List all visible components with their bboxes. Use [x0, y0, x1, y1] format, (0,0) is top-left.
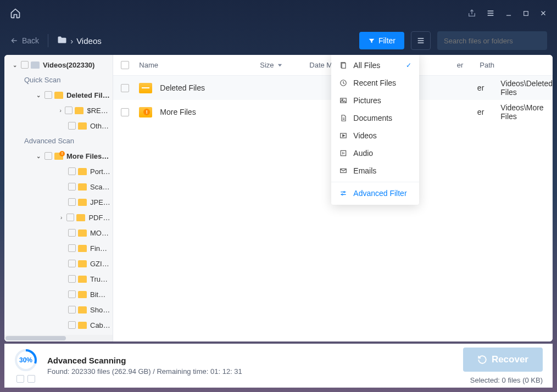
close-icon[interactable]: [539, 9, 547, 17]
folder-icon: [78, 306, 87, 313]
checkbox[interactable]: [21, 61, 29, 69]
col-type[interactable]: er: [419, 61, 480, 69]
checkbox[interactable]: [68, 183, 76, 191]
svg-rect-8: [341, 150, 346, 155]
option-icon: [339, 149, 348, 157]
share-icon[interactable]: [467, 9, 476, 18]
folder-icon: [31, 61, 40, 69]
pause-button[interactable]: [16, 375, 24, 383]
minimize-icon[interactable]: [505, 9, 513, 17]
sidebar-scrollbar[interactable]: [4, 335, 113, 341]
folder-icon: [57, 36, 67, 46]
breadcrumb[interactable]: › Videos: [57, 36, 102, 46]
tree-recycle[interactable]: › $RECYCL...: [4, 103, 113, 118]
checkbox[interactable]: [121, 84, 129, 92]
checkbox[interactable]: [68, 290, 76, 298]
menu-icon[interactable]: [486, 9, 495, 18]
tree-item[interactable]: Scalable...: [4, 179, 113, 194]
tree-other-lost[interactable]: Other los...: [4, 118, 113, 133]
option-icon: [339, 97, 348, 104]
checkbox[interactable]: [44, 91, 52, 99]
folder-icon: [78, 199, 87, 206]
statusbar: 30% Advanced Scanning Found: 202330 file…: [4, 344, 553, 388]
file-path: Videos\Deleted Files: [500, 79, 553, 97]
view-toggle-button[interactable]: [411, 31, 431, 50]
tree-root[interactable]: ⌄ Videos(202330): [4, 57, 113, 72]
checkbox[interactable]: [68, 229, 76, 237]
chevron-down-icon[interactable]: ⌄: [35, 92, 42, 98]
folder-icon: [75, 107, 83, 114]
checkbox[interactable]: [68, 275, 76, 283]
filter-option[interactable]: Emails: [331, 162, 419, 180]
option-icon: [339, 61, 348, 69]
home-icon[interactable]: [10, 8, 21, 19]
stop-button[interactable]: [27, 375, 35, 383]
progress-percent: 30%: [14, 349, 37, 372]
folder-icon: [78, 322, 87, 329]
checkbox[interactable]: [68, 122, 76, 130]
recover-icon: [477, 355, 487, 365]
tree-more-files[interactable]: ⌄ More Files(4...: [4, 148, 113, 164]
back-label: Back: [22, 36, 39, 45]
tree-item[interactable]: Cabinet fi...: [4, 317, 113, 333]
sidebar: ⌄ Videos(202330) Quick Scan ⌄ Deleted Fi…: [4, 55, 113, 341]
checkbox[interactable]: [68, 321, 76, 329]
checkbox[interactable]: [68, 306, 76, 313]
folder-icon: [78, 122, 87, 130]
col-name[interactable]: Name: [139, 61, 260, 69]
tree-item[interactable]: ›PDF(83): [4, 210, 113, 225]
filter-label: Filter: [378, 36, 396, 45]
filter-button[interactable]: Filter: [359, 32, 404, 49]
chevron-down-icon[interactable]: ⌄: [35, 153, 42, 159]
col-size[interactable]: Size: [260, 61, 309, 69]
filter-option[interactable]: Pictures: [331, 92, 419, 109]
filter-option[interactable]: All Files✓: [331, 57, 419, 74]
scrollbar-thumb[interactable]: [5, 336, 66, 340]
checkbox[interactable]: [66, 214, 74, 221]
chevron-down-icon[interactable]: ⌄: [11, 62, 19, 68]
filter-advanced[interactable]: Advanced Filter: [331, 182, 419, 201]
chevron-right-icon[interactable]: ›: [58, 215, 64, 221]
checkbox[interactable]: [44, 152, 52, 160]
folder-icon: [78, 276, 87, 283]
option-label: Recent Files: [353, 79, 396, 87]
tree-item[interactable]: Portable .: [4, 164, 113, 179]
tree-item[interactable]: Bitmap fil..: [4, 287, 113, 302]
file-type: er: [440, 83, 500, 92]
checkbox[interactable]: [68, 244, 76, 252]
selected-info: Selected: 0 files (0 KB): [470, 376, 543, 384]
file-path: Videos\More Files: [500, 103, 553, 121]
tree-deleted-files[interactable]: ⌄ Deleted Files..: [4, 87, 113, 103]
back-button[interactable]: Back: [10, 36, 39, 45]
col-path[interactable]: Path: [480, 61, 553, 69]
filter-option[interactable]: Documents: [331, 109, 419, 127]
tree-item[interactable]: Final Cut .: [4, 240, 113, 256]
tree-item[interactable]: True Typ...: [4, 271, 113, 287]
tree-item[interactable]: MOF file(...: [4, 225, 113, 240]
select-all-checkbox[interactable]: [121, 61, 129, 69]
option-label: Audio: [353, 149, 373, 158]
tree-item[interactable]: GZIP com.: [4, 256, 113, 271]
tree-item[interactable]: ShockWa...: [4, 302, 113, 317]
tree-item[interactable]: JPEG Gra...: [4, 194, 113, 210]
chevron-right-icon[interactable]: ›: [58, 108, 63, 114]
checkbox[interactable]: [68, 167, 76, 175]
maximize-icon[interactable]: [522, 10, 530, 17]
search-box[interactable]: [437, 31, 547, 50]
checkbox[interactable]: [68, 260, 76, 267]
filter-option[interactable]: Recent Files: [331, 74, 419, 92]
folder-tree[interactable]: ⌄ Videos(202330) Quick Scan ⌄ Deleted Fi…: [4, 55, 113, 335]
checkbox[interactable]: [65, 107, 73, 114]
filter-option[interactable]: Audio: [331, 144, 419, 162]
checkbox[interactable]: [121, 108, 129, 116]
filter-option[interactable]: Videos: [331, 127, 419, 144]
checkbox[interactable]: [68, 198, 76, 206]
toolbar: Back › Videos Filter: [0, 26, 557, 55]
toolbar-divider: [48, 34, 48, 47]
recover-button[interactable]: Recover: [463, 348, 543, 372]
folder-icon: [76, 214, 85, 221]
search-input[interactable]: [444, 37, 536, 45]
option-label: Documents: [353, 114, 392, 122]
folder-icon: [78, 245, 87, 252]
file-name: Deleted Files: [160, 83, 281, 92]
